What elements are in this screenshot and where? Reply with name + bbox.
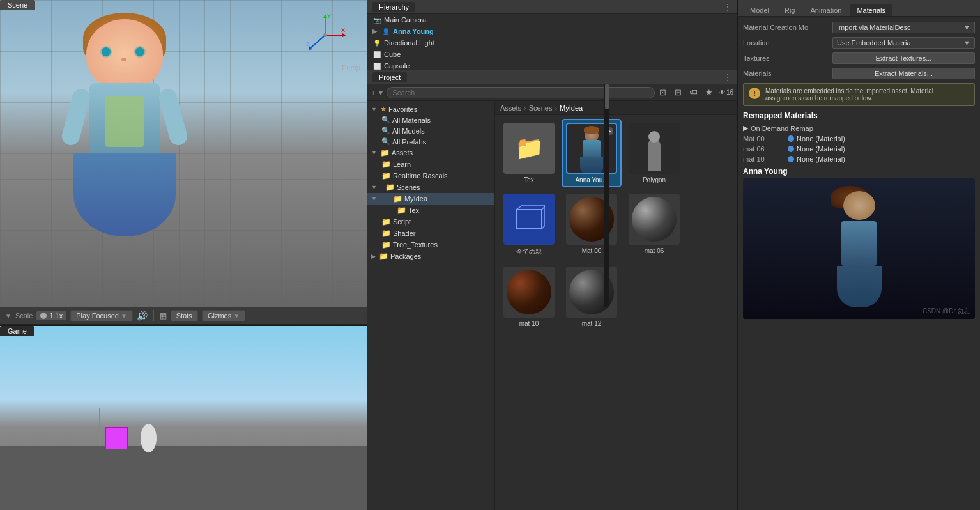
svg-text:X: X <box>341 27 345 33</box>
hierarchy-item-cube[interactable]: ⬜ Cube <box>367 49 737 60</box>
on-demand-arrow: ▶ <box>743 124 748 132</box>
scene-view[interactable]: X Y Z ←Persp <box>0 0 367 307</box>
stats-btn[interactable]: Stats <box>171 310 198 321</box>
tag-icon[interactable]: 🏷 <box>688 87 700 98</box>
anna-young-label: Anna You... <box>575 176 608 183</box>
game-tab[interactable]: Game <box>0 326 34 336</box>
add-btn[interactable]: + ▼ <box>371 89 384 97</box>
on-demand-remap[interactable]: ▶ On Demand Remap <box>743 124 975 132</box>
tree-all-materials[interactable]: 🔍 All Materials <box>367 114 494 125</box>
game-view[interactable]: Game <box>0 325 367 510</box>
material-creation-value[interactable]: Import via MaterialDesc ▼ <box>832 22 975 33</box>
scale-label: Scale <box>15 312 33 320</box>
remap-mat00-material[interactable]: None (Material) <box>797 135 845 143</box>
myidea-arrow: ▼ <box>371 196 377 202</box>
tree-all-models[interactable]: 🔍 All Models <box>367 125 494 136</box>
tex-folder-label: Tex <box>524 176 534 183</box>
persp-label: ←Persp <box>335 64 360 72</box>
breadcrumb-scenes[interactable]: Scenes <box>529 104 553 112</box>
radio-mat10[interactable] <box>788 156 794 162</box>
project-more-btn[interactable]: ⋮ <box>723 72 732 82</box>
tab-rig[interactable]: Rig <box>777 4 802 16</box>
tree-packages[interactable]: ▶ 📁 Packages <box>367 251 494 262</box>
hierarchy-item-capsule[interactable]: ⬜ Capsule <box>367 60 737 70</box>
column-view-icon[interactable]: ⊡ <box>657 87 669 98</box>
tree-scenes[interactable]: ▼ 📁 Scenes <box>367 182 494 193</box>
project-search-bar: + ▼ ⊡ ⊞ 🏷 ★ 👁 16 <box>367 84 737 101</box>
asset-tex-folder[interactable]: 📁 Tex <box>500 120 558 186</box>
warning-icon: ! <box>749 88 760 99</box>
location-value[interactable]: Use Embedded Materia ▼ <box>832 37 975 49</box>
play-focused-btn[interactable]: Play Focused ▼ <box>70 310 133 321</box>
tree-script[interactable]: 📁 Script <box>367 216 494 228</box>
asset-mat-00[interactable]: Mat 00 <box>563 191 620 259</box>
asset-all-parent[interactable]: 全ての親 <box>500 191 558 259</box>
tree-realtime-rascals[interactable]: 📁 Realtime Rascals <box>367 170 494 182</box>
hierarchy-item-main-camera[interactable]: 📷 Main Camera <box>367 14 737 26</box>
remap-mat06-material[interactable]: None (Material) <box>797 145 845 153</box>
mat-10-thumb <box>503 267 555 318</box>
search-input[interactable] <box>387 87 655 98</box>
speaker-icon[interactable]: 🔊 <box>137 311 148 321</box>
hierarchy-item-anna-young[interactable]: ▶ 👤 Anna Young <box>367 26 737 37</box>
scale-control[interactable]: 1.1x <box>36 311 66 320</box>
gizmos-btn[interactable]: Gizmos ▼ <box>202 310 245 321</box>
folder-tree: ▼ ★ Favorites 🔍 All Materials 🔍 All Mode… <box>367 101 495 510</box>
asset-anna-young[interactable]: ▶ Anna You... <box>563 120 620 186</box>
visibility-count: 16 <box>726 89 733 96</box>
game-floor <box>0 446 367 510</box>
asset-mat-10[interactable]: mat 10 <box>500 264 558 330</box>
extract-textures-btn[interactable]: Extract Textures... <box>832 52 975 64</box>
tab-animation[interactable]: Animation <box>803 4 848 16</box>
hierarchy-item-directional-light[interactable]: 💡 Directional Light <box>367 37 737 49</box>
capsule-icon: ⬜ <box>372 61 381 70</box>
transform-gizmo[interactable]: X Y Z <box>303 13 341 51</box>
star-icon: ★ <box>380 105 387 113</box>
tree-all-prefabs[interactable]: 🔍 All Prefabs <box>367 136 494 147</box>
grid-view-icon[interactable]: ⊞ <box>673 87 684 98</box>
tex-label: Tex <box>408 206 419 214</box>
game-line <box>99 408 100 446</box>
star-filter-icon[interactable]: ★ <box>703 87 715 98</box>
learn-label: Learn <box>393 160 411 168</box>
extract-materials-btn[interactable]: Extract Materials... <box>832 68 975 79</box>
all-parent-label: 全ての親 <box>516 247 542 256</box>
tree-myidea[interactable]: ▼ 📁 MyIdea <box>367 193 494 205</box>
remap-mat10-material[interactable]: None (Material) <box>797 155 845 163</box>
remap-mat06-value: None (Material) <box>788 145 975 153</box>
asset-mat-06[interactable]: mat 06 <box>625 191 683 259</box>
radio-mat00[interactable] <box>788 135 794 142</box>
tree-favorites[interactable]: ▼ ★ Favorites <box>367 104 494 114</box>
dropdown-arrow-matcreation: ▼ <box>963 24 970 31</box>
scene-toolbar: ▼ Scale 1.1x Play Focused ▼ 🔊 ▦ Stats Gi… <box>0 307 367 325</box>
assets-arrow: ▼ <box>371 150 377 156</box>
tree-assets[interactable]: ▼ 📁 Assets <box>367 147 494 158</box>
character-icon: 👤 <box>381 27 390 36</box>
scenes-arrow: ▼ <box>371 184 377 190</box>
search-all-prefabs-icon: 🔍 <box>381 137 390 146</box>
anna-3d-preview <box>834 191 885 306</box>
anna-young-thumb: ▶ <box>566 123 617 174</box>
all-parent-thumb <box>503 194 555 245</box>
tab-hierarchy[interactable]: Hierarchy <box>372 2 415 12</box>
tree-shader[interactable]: 📁 Shader <box>367 228 494 239</box>
assets-scrollbar[interactable] <box>604 101 609 307</box>
tab-materials[interactable]: Materials <box>850 4 892 16</box>
tree-learn[interactable]: 📁 Learn <box>367 158 494 170</box>
radio-mat06[interactable] <box>788 146 794 152</box>
tab-project[interactable]: Project <box>372 72 407 82</box>
tree-tex[interactable]: 📁 Tex <box>367 205 494 216</box>
search-all-materials-icon: 🔍 <box>381 116 390 124</box>
tree-tree-textures[interactable]: 📁 Tree_Textures <box>367 239 494 251</box>
anna-young-body <box>61 19 188 249</box>
anna-preview-viewport[interactable]: CSDN @Dr.勿忘 <box>743 178 975 319</box>
hierarchy-more-btn[interactable]: ⋮ <box>723 2 732 12</box>
scenes-folder-icon: 📁 <box>385 183 395 192</box>
asset-polygon[interactable]: Polygon <box>625 120 683 186</box>
tab-scene[interactable]: Scene <box>0 0 35 10</box>
grid-icon[interactable]: ▦ <box>160 311 167 320</box>
asset-mat-12[interactable]: mat 12 <box>563 264 620 330</box>
packages-label: Packages <box>390 252 421 260</box>
breadcrumb-assets[interactable]: Assets <box>500 104 521 112</box>
tab-model[interactable]: Model <box>743 4 776 16</box>
